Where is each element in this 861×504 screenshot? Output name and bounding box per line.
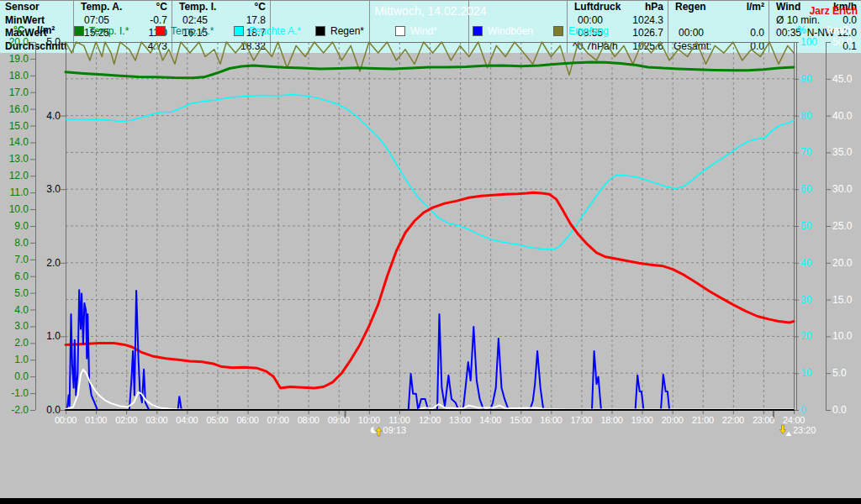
weather-station-window: Mittwoch, 14.02.2024 Jarz Erich °C l/m² … [0, 0, 861, 504]
weather-chart [0, 0, 861, 504]
gridlines [66, 42, 794, 410]
bottom-black-bar [0, 498, 861, 504]
